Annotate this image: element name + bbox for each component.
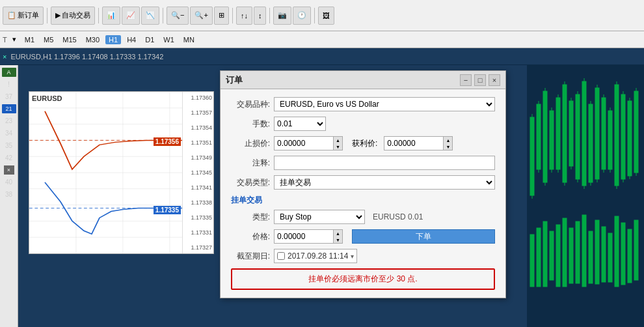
trade-type-select-wrapper: 挂单交易	[274, 175, 495, 190]
svg-rect-58	[589, 231, 593, 283]
grid-btn[interactable]: ⊞	[214, 7, 229, 25]
error-msg-text: 挂单价必须远离市价至少 30 点.	[308, 274, 417, 283]
price-up-btn[interactable]: ▲	[333, 230, 342, 236]
auto-trade-label: 自动交易	[62, 10, 90, 20]
left-panel-x[interactable]: ×	[4, 165, 14, 175]
price-input[interactable]	[275, 230, 333, 243]
comment-input[interactable]	[274, 156, 495, 170]
auto-trade-button[interactable]: ▶ 自动交易	[51, 7, 95, 25]
type-select-wrapper: Buy Stop	[274, 210, 365, 224]
left-panel-34: 34	[0, 128, 18, 138]
trade-type-select[interactable]: 挂单交易	[274, 175, 495, 190]
tf-h4[interactable]: H4	[124, 35, 139, 44]
dialog-minimize-btn[interactable]: −	[460, 74, 472, 86]
new-order-label: 新订单	[18, 10, 39, 20]
mini-chart-svg	[29, 92, 213, 253]
new-order-button[interactable]: 📋 新订单	[3, 7, 44, 25]
left-panel: A ! 37 21 23 34 35 42 × 40 38	[0, 65, 18, 327]
type-extra-label: EURUSD 0.01	[373, 212, 423, 221]
auto-trade-icon: ▶	[55, 11, 60, 20]
indicator-btn2[interactable]: ↕	[254, 7, 267, 25]
tf-w1[interactable]: W1	[160, 35, 178, 44]
expiry-checkbox[interactable]	[277, 252, 285, 260]
dialog-controls: − □ ×	[460, 74, 500, 86]
takeprofit-up-btn[interactable]: ▲	[443, 137, 452, 143]
error-box: 挂单价必须远离市价至少 30 点.	[231, 268, 495, 290]
tf-m1[interactable]: M1	[21, 35, 38, 44]
expiry-label: 截至期日:	[231, 251, 270, 262]
takeprofit-input-group: ▲ ▼	[384, 136, 453, 150]
price-tick-5: 1.17345	[184, 169, 212, 176]
stoploss-down-btn[interactable]: ▼	[333, 143, 342, 150]
price-tick-6: 1.17341	[184, 184, 212, 191]
svg-rect-62	[615, 216, 619, 287]
takeprofit-label: 获利价:	[352, 138, 377, 149]
chart-symbol-strip: × EURUSD,H1 1.17396 1.17408 1.17333 1.17…	[0, 48, 644, 65]
zoom-in-btn[interactable]: 🔍+	[190, 7, 212, 25]
stoploss-up-btn[interactable]: ▲	[333, 137, 342, 143]
stoploss-input[interactable]	[275, 137, 333, 150]
dialog-maximize-btn[interactable]: □	[474, 74, 486, 86]
chart-candle-btn[interactable]: 📉	[141, 7, 159, 25]
tf-d1[interactable]: D1	[142, 35, 157, 44]
mini-chart-label: EURUSD	[32, 94, 62, 102]
type-row: 类型: Buy Stop EURUSD 0.01	[231, 210, 495, 224]
tf-m5[interactable]: M5	[40, 35, 57, 44]
template-btn[interactable]: 🖼	[318, 7, 334, 25]
trade-type-row: 交易类型: 挂单交易	[231, 175, 495, 190]
main-chart-area: EURUSD 1.17360 1.17357 1.17354 1.17351 1…	[18, 65, 527, 327]
red-line-label: 1.17356	[154, 137, 181, 146]
expiry-dropdown-arrow[interactable]: ▾	[351, 253, 354, 260]
price-tick-1: 1.17357	[184, 109, 212, 116]
svg-rect-61	[608, 233, 612, 282]
indicator-btn1[interactable]: ↑↓	[236, 7, 252, 25]
tf-mn[interactable]: MN	[180, 35, 198, 44]
left-panel-a-btn[interactable]: A	[2, 68, 16, 77]
left-panel-38: 38	[0, 190, 18, 199]
expiry-input-group[interactable]: 2017.09.28 11:14 ▾	[274, 249, 357, 263]
price-label: 价格:	[231, 231, 270, 242]
price-tick-9: 1.17331	[184, 229, 212, 236]
expiry-row: 截至期日: 2017.09.28 11:14 ▾	[231, 249, 495, 263]
trade-type-label: 交易类型:	[231, 177, 270, 188]
left-panel-exclaim: !	[0, 79, 18, 89]
chart-bar-btn[interactable]: 📊	[102, 7, 120, 25]
type-select[interactable]: Buy Stop	[274, 210, 365, 224]
tf-h1[interactable]: H1	[105, 35, 121, 44]
volume-select[interactable]: 0.01	[274, 117, 326, 131]
tf-m30[interactable]: M30	[83, 35, 103, 44]
price-down-btn[interactable]: ▼	[333, 236, 342, 243]
svg-rect-55	[569, 228, 573, 283]
price-tick-0: 1.17360	[184, 94, 212, 101]
price-input-group: ▲ ▼	[274, 229, 343, 244]
left-panel-23: 23	[0, 116, 18, 126]
dialog-titlebar: 订单 − □ ×	[221, 71, 505, 89]
svg-rect-51	[543, 221, 547, 287]
left-panel-37: 37	[0, 92, 18, 102]
tf-dropdown[interactable]: ▾	[12, 35, 16, 44]
clock-btn[interactable]: 🕐	[293, 7, 311, 25]
zoom-out-btn[interactable]: 🔍−	[167, 7, 189, 25]
svg-rect-64	[628, 229, 632, 283]
chart-line-btn[interactable]: 📈	[122, 7, 140, 25]
takeprofit-down-btn[interactable]: ▼	[443, 143, 452, 150]
symbol-select[interactable]: EURUSD, Euro vs US Dollar	[274, 97, 495, 111]
left-panel-40: 40	[0, 177, 18, 187]
top-toolbar: 📋 新订单 ▶ 自动交易 📊 📈 📉 🔍− 🔍+ ⊞ ↑↓ ↕ 📷 🕐 🖼	[0, 0, 644, 31]
left-panel-21[interactable]: 21	[2, 104, 16, 113]
left-panel-35: 35	[0, 141, 18, 150]
price-tick-2: 1.17354	[184, 124, 212, 131]
toolbar-sep-5	[269, 8, 270, 23]
left-panel-42: 42	[0, 153, 18, 163]
price-tick-4: 1.17349	[184, 154, 212, 161]
price-row: 价格: ▲ ▼ 下单	[231, 229, 495, 244]
screenshot-btn[interactable]: 📷	[273, 7, 291, 25]
svg-rect-54	[563, 218, 567, 287]
expiry-date-text: 2017.09.28 11:14	[288, 251, 348, 261]
price-tick-8: 1.17335	[184, 214, 212, 221]
order-submit-button[interactable]: 下单	[352, 229, 495, 244]
takeprofit-input[interactable]	[384, 137, 443, 150]
dialog-close-btn[interactable]: ×	[489, 74, 500, 86]
right-candle-chart	[527, 65, 644, 327]
tf-m15[interactable]: M15	[59, 35, 79, 44]
